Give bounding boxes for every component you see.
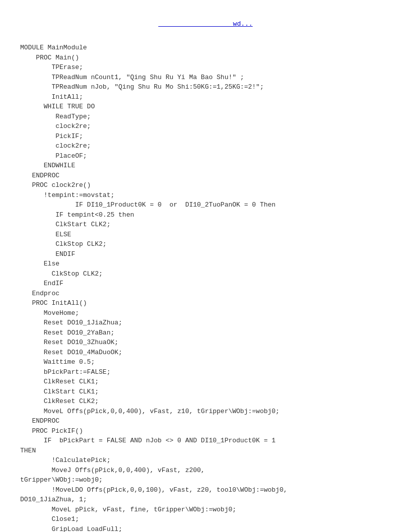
page-container: ___________________wd... MODULE MainModu… bbox=[0, 10, 411, 532]
top-link[interactable]: ___________________wd... bbox=[158, 20, 252, 28]
top-link-area: ___________________wd... bbox=[20, 20, 391, 28]
code-block: MODULE MainModule PROC Main() TPErase; T… bbox=[20, 43, 391, 532]
